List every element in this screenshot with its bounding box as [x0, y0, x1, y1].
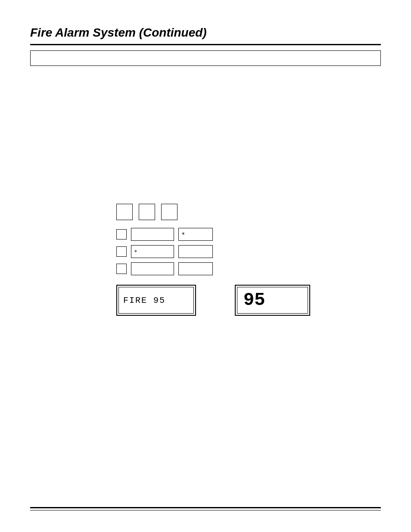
input-field-2b[interactable] — [178, 245, 213, 258]
input-field-2a[interactable]: * — [131, 245, 174, 258]
display-panels: FIRE 95 95 — [116, 285, 310, 316]
form-row-1: * — [116, 228, 213, 241]
form-row-2: * — [116, 245, 213, 258]
diagram-section: * * FIRE 95 95 — [116, 204, 381, 316]
number-display-box: 95 — [235, 285, 310, 316]
input-field-1b[interactable]: * — [178, 228, 213, 241]
star-label-2: * — [134, 249, 137, 255]
checkbox-2[interactable] — [116, 246, 127, 257]
small-box-1 — [116, 204, 133, 220]
page-container: Fire Alarm System (Continued) * * — [0, 0, 411, 532]
star-label-1: * — [181, 231, 185, 238]
bottom-line — [30, 507, 381, 508]
input-field-1a[interactable] — [131, 228, 174, 241]
form-rows: * * — [116, 228, 213, 275]
fire-label-box: FIRE 95 — [116, 285, 196, 316]
bottom-line-thin — [30, 510, 381, 511]
header-box — [30, 50, 381, 66]
input-field-3b[interactable] — [178, 262, 213, 275]
fire-label-text: FIRE 95 — [123, 296, 165, 305]
small-box-2 — [139, 204, 155, 220]
title-underline — [30, 44, 381, 45]
checkbox-1[interactable] — [116, 229, 127, 240]
input-field-3a[interactable] — [131, 262, 174, 275]
small-boxes-row — [116, 204, 177, 220]
number-display-text: 95 — [243, 290, 265, 311]
small-box-3 — [161, 204, 177, 220]
page-title: Fire Alarm System (Continued) — [30, 26, 381, 40]
form-row-3 — [116, 262, 213, 275]
checkbox-3[interactable] — [116, 264, 127, 274]
